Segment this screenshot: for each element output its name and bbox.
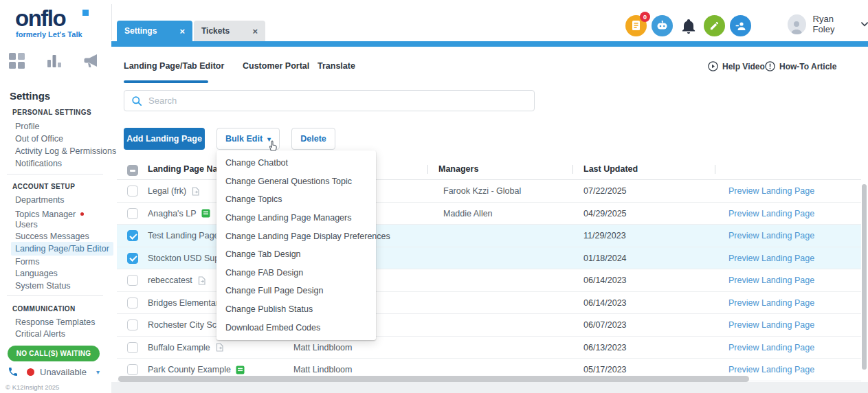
last-updated-cell: 05/17/2023: [583, 365, 627, 374]
sidebar-item-success-messages[interactable]: Success Messages: [15, 232, 89, 241]
sidebar-item-critical-alerts[interactable]: Critical Alerts: [15, 329, 65, 339]
preview-landing-page-link[interactable]: Preview Landing Page: [728, 320, 814, 330]
search-input[interactable]: [148, 96, 506, 106]
managers-cell: Farook Kzzi - Global: [443, 186, 521, 196]
row-checkbox[interactable]: [127, 319, 138, 330]
help-video-link[interactable]: Help Video: [708, 61, 765, 71]
row-checkbox[interactable]: [127, 186, 138, 196]
availability-chevron-icon[interactable]: ▾: [96, 368, 100, 376]
sidebar-item-departments[interactable]: Departments: [15, 195, 65, 205]
sidebar-title: Settings: [10, 90, 50, 102]
reports-chart-icon[interactable]: [45, 53, 63, 69]
chatbot-icon[interactable]: [652, 15, 673, 36]
play-circle-icon: [708, 61, 718, 71]
row-checkbox[interactable]: [127, 297, 138, 308]
close-icon[interactable]: ×: [179, 26, 185, 36]
user-menu[interactable]: Ryan Foley: [788, 14, 868, 34]
form-icon: [201, 209, 210, 218]
availability-control[interactable]: Unavailable ▾: [8, 366, 104, 377]
form-icon: [236, 366, 245, 374]
sidebar-item-landing-page-tab-editor[interactable]: Landing Page/Tab Editor: [11, 242, 113, 256]
app-logo[interactable]: onflo: [15, 5, 65, 32]
bulk-menu-item[interactable]: Change Publish Status: [216, 300, 376, 319]
preview-landing-page-link[interactable]: Preview Landing Page: [728, 365, 814, 374]
add-landing-page-button[interactable]: Add Landing Page: [124, 128, 205, 150]
sidebar-item-system-status[interactable]: System Status: [15, 281, 71, 291]
preview-landing-page-link[interactable]: Preview Landing Page: [728, 186, 814, 196]
bulk-menu-item[interactable]: Change Landing Page Display Preferences: [216, 227, 376, 245]
sidebar-section-account: ACCOUNT SETUP: [12, 183, 75, 190]
active-tab-underline: [124, 80, 208, 83]
row-checkbox[interactable]: [127, 208, 138, 219]
tab-landing-page-editor[interactable]: Landing Page/Tab Editor: [124, 61, 224, 71]
sidebar-item-users[interactable]: Users: [15, 220, 38, 229]
horizontal-scrollbar[interactable]: [118, 376, 749, 382]
support-agent-icon[interactable]: [730, 15, 751, 36]
sidebar-item-languages[interactable]: Languages: [15, 269, 58, 278]
bulk-menu-item[interactable]: Change General Questions Topic: [216, 172, 376, 191]
window-tab-settings[interactable]: Settings ×: [117, 21, 192, 41]
landing-page-name: Park County Example: [148, 365, 231, 374]
sidebar-item-out-of-office[interactable]: Out of Office: [15, 134, 63, 144]
bottom-band: [111, 382, 868, 393]
preview-landing-page-link[interactable]: Preview Landing Page: [728, 231, 814, 240]
unread-dot: [80, 212, 84, 216]
tab-translate[interactable]: Translate: [318, 61, 355, 71]
landing-page-name: Test Landing Page: [148, 231, 219, 240]
row-checkbox[interactable]: [127, 230, 138, 241]
sidebar-item-profile[interactable]: Profile: [15, 122, 39, 131]
landing-page-name: Buffalo Example: [148, 343, 210, 352]
select-all-checkbox[interactable]: [127, 165, 138, 176]
sidebar-item-response-templates[interactable]: Response Templates: [15, 317, 96, 327]
bulk-menu-item[interactable]: Change Landing Page Managers: [216, 209, 376, 227]
sidebar-item-activity-log[interactable]: Activity Log & Permissions: [15, 146, 116, 156]
last-updated-cell: 01/18/2024: [583, 254, 627, 263]
sidebar-divider: [7, 295, 103, 296]
preview-landing-page-link[interactable]: Preview Landing Page: [728, 298, 814, 308]
bulk-menu-item[interactable]: Change FAB Design: [216, 264, 376, 282]
bulk-menu-item[interactable]: Change Chatbot: [216, 154, 376, 172]
close-icon[interactable]: ×: [252, 26, 258, 36]
bulk-menu-item[interactable]: Download Embed Codes: [216, 318, 376, 337]
tab-customer-portal[interactable]: Customer Portal: [243, 61, 309, 71]
bulk-menu-item[interactable]: Change Full Page Design: [216, 282, 376, 300]
notifications-bell-icon[interactable]: [678, 15, 699, 36]
column-header-managers[interactable]: Managers: [438, 164, 478, 174]
page-icon: [191, 187, 200, 196]
row-checkbox[interactable]: [127, 342, 138, 353]
landing-page-name: Anagha's LP: [148, 209, 197, 218]
preview-landing-page-link[interactable]: Preview Landing Page: [728, 209, 814, 218]
broadcast-megaphone-icon[interactable]: [82, 53, 101, 69]
sidebar-item-forms[interactable]: Forms: [15, 257, 39, 267]
sidebar-divider: [7, 174, 103, 175]
managers-cell: Maddie Allen: [443, 209, 493, 218]
row-checkbox[interactable]: [127, 253, 138, 264]
window-tab-settings-label: Settings: [124, 26, 157, 36]
column-header-last-updated[interactable]: Last Updated: [583, 164, 638, 174]
tasks-icon[interactable]: 0: [625, 15, 647, 36]
notification-count-badge: 0: [640, 12, 650, 22]
vertical-scrollbar[interactable]: [862, 184, 867, 370]
last-updated-cell: 06/14/2023: [583, 298, 627, 308]
apps-grid-icon[interactable]: [8, 52, 26, 70]
bulk-menu-item[interactable]: Change Tab Design: [216, 245, 376, 264]
window-tab-tickets-label: Tickets: [201, 26, 230, 36]
window-tab-tickets[interactable]: Tickets ×: [194, 21, 265, 41]
phone-icon: [8, 366, 19, 377]
sidebar-item-notifications[interactable]: Notifications: [15, 159, 62, 168]
delete-button[interactable]: Delete: [291, 128, 335, 150]
last-updated-cell: 11/29/2023: [583, 231, 626, 240]
sidebar-section-communication: COMMUNICATION: [12, 305, 76, 313]
preview-landing-page-link[interactable]: Preview Landing Page: [728, 254, 814, 263]
preview-landing-page-link[interactable]: Preview Landing Page: [728, 276, 814, 285]
row-checkbox[interactable]: [127, 364, 138, 375]
search-box[interactable]: [124, 90, 535, 111]
howto-article-link[interactable]: How-To Article: [765, 61, 836, 71]
compose-icon[interactable]: [704, 15, 725, 36]
bulk-menu-item[interactable]: Change Topics: [216, 190, 376, 209]
row-checkbox[interactable]: [127, 275, 138, 286]
preview-landing-page-link[interactable]: Preview Landing Page: [728, 343, 814, 352]
sidebar-item-topics-manager[interactable]: Topics Manager: [15, 210, 76, 219]
last-updated-cell: 06/13/2023: [583, 343, 627, 352]
help-video-label: Help Video: [722, 62, 765, 71]
